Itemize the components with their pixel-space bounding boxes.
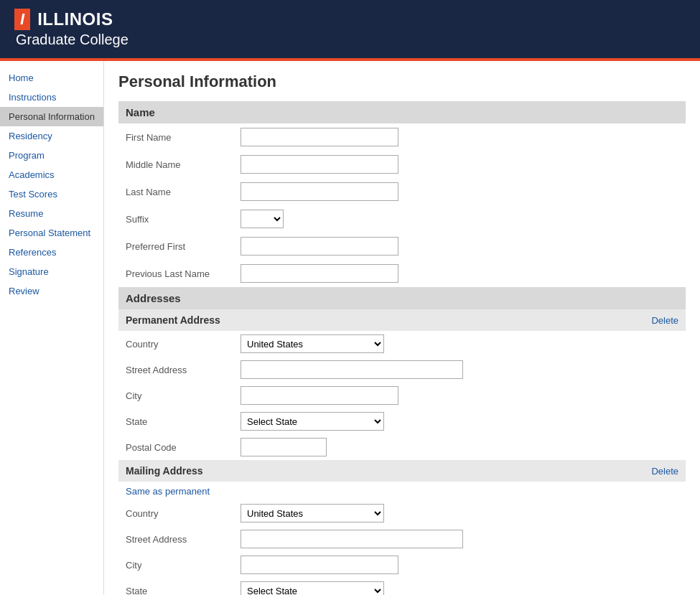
perm-country-select[interactable]: United States Canada Mexico	[241, 334, 384, 353]
mail-street-input[interactable]	[241, 530, 463, 548]
sidebar-item-test-scores[interactable]: Test Scores	[0, 184, 103, 204]
first-name-input[interactable]	[241, 128, 398, 146]
header-title: ILLINOIS	[37, 9, 113, 29]
sidebar-item-home[interactable]: Home	[0, 68, 103, 88]
table-row: Postal Code	[118, 434, 686, 460]
middle-name-input[interactable]	[241, 155, 398, 174]
sidebar-item-personal-information[interactable]: Personal Information	[0, 107, 103, 126]
previous-last-name-label: Previous Last Name	[118, 260, 233, 287]
last-name-label: Last Name	[118, 178, 233, 205]
mailing-address-title: Mailing Address	[126, 465, 203, 477]
sidebar-item-review[interactable]: Review	[0, 281, 103, 301]
sidebar-item-personal-statement[interactable]: Personal Statement	[0, 223, 103, 243]
same-as-permanent-row: Same as permanent	[118, 482, 686, 500]
table-row: City	[118, 552, 686, 578]
middle-name-label: Middle Name	[118, 151, 233, 178]
table-row: State Select State Alabama Illinois New …	[118, 408, 686, 434]
table-row: Country United States Canada Mexico	[118, 500, 686, 526]
table-row: City	[118, 383, 686, 408]
sidebar-item-instructions[interactable]: Instructions	[0, 88, 103, 107]
mail-state-select[interactable]: Select State Alabama Illinois New York C…	[241, 581, 384, 595]
mail-city-label: City	[118, 552, 233, 578]
perm-country-label: Country	[118, 331, 233, 357]
permanent-address-header: Permanent Address Delete	[118, 309, 686, 331]
mail-country-label: Country	[118, 500, 233, 526]
mailing-address-header: Mailing Address Delete	[118, 460, 686, 482]
mail-state-label: State	[118, 578, 233, 595]
table-row: Street Address	[118, 357, 686, 383]
table-row: Preferred First	[118, 233, 686, 260]
suffix-select[interactable]: Jr Sr II III IV	[241, 210, 284, 228]
table-row: State Select State Alabama Illinois New …	[118, 578, 686, 595]
header-logo: I ILLINOIS	[14, 9, 686, 30]
sidebar: Home Instructions Personal Information R…	[0, 61, 104, 595]
main-layout: Home Instructions Personal Information R…	[0, 61, 700, 595]
page-title: Personal Information	[118, 72, 686, 91]
mailing-address-delete-link[interactable]: Delete	[651, 466, 678, 477]
perm-street-input[interactable]	[241, 360, 463, 379]
perm-street-label: Street Address	[118, 357, 233, 383]
table-row: Street Address	[118, 526, 686, 552]
addresses-section: Addresses Permanent Address Delete Count…	[118, 287, 686, 595]
last-name-input[interactable]	[241, 182, 398, 201]
table-row: First Name	[118, 123, 686, 151]
permanent-address-form: Country United States Canada Mexico Stre…	[118, 331, 686, 460]
sidebar-item-program[interactable]: Program	[0, 146, 103, 165]
header: I ILLINOIS Graduate College	[0, 0, 700, 61]
name-form-table: First Name Middle Name Last Name Suffix …	[118, 123, 686, 287]
same-as-permanent-link[interactable]: Same as permanent	[126, 486, 210, 497]
perm-postal-label: Postal Code	[118, 434, 233, 460]
sidebar-item-resume[interactable]: Resume	[0, 204, 103, 223]
table-row: Country United States Canada Mexico	[118, 331, 686, 357]
permanent-address-title: Permanent Address	[126, 314, 220, 326]
mailing-address-form: Country United States Canada Mexico Stre…	[118, 500, 686, 595]
mail-country-select[interactable]: United States Canada Mexico	[241, 504, 384, 523]
sidebar-item-signature[interactable]: Signature	[0, 262, 103, 281]
mail-city-input[interactable]	[241, 556, 398, 574]
permanent-address-delete-link[interactable]: Delete	[651, 315, 678, 326]
previous-last-name-input[interactable]	[241, 264, 398, 283]
perm-city-input[interactable]	[241, 386, 398, 405]
sidebar-item-residency[interactable]: Residency	[0, 126, 103, 146]
mail-street-label: Street Address	[118, 526, 233, 552]
name-section-header: Name	[118, 101, 686, 123]
perm-state-label: State	[118, 408, 233, 434]
sidebar-item-references[interactable]: References	[0, 243, 103, 262]
first-name-label: First Name	[118, 123, 233, 151]
perm-city-label: City	[118, 383, 233, 408]
table-row: Suffix Jr Sr II III IV	[118, 205, 686, 233]
perm-state-select[interactable]: Select State Alabama Illinois New York C…	[241, 412, 384, 431]
preferred-first-label: Preferred First	[118, 233, 233, 260]
content-area: Personal Information Name First Name Mid…	[104, 61, 700, 595]
table-row: Last Name	[118, 178, 686, 205]
preferred-first-input[interactable]	[241, 237, 398, 256]
table-row: Previous Last Name	[118, 260, 686, 287]
addresses-section-header: Addresses	[118, 287, 686, 309]
table-row: Middle Name	[118, 151, 686, 178]
suffix-label: Suffix	[118, 205, 233, 233]
illinois-i-logo: I	[14, 9, 30, 30]
header-subtitle: Graduate College	[14, 32, 686, 48]
perm-postal-input[interactable]	[241, 438, 327, 456]
sidebar-item-academics[interactable]: Academics	[0, 165, 103, 184]
